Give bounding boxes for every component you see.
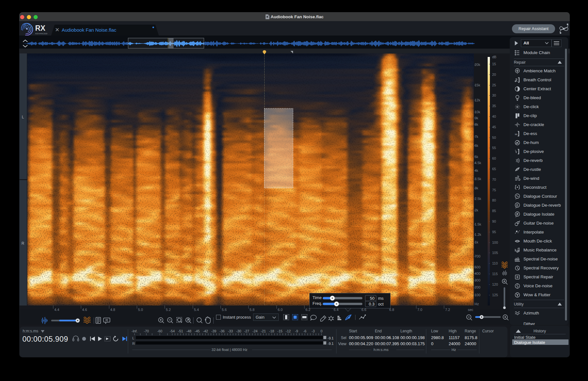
svg-text:ms: ms bbox=[378, 296, 384, 301]
svg-text:50: 50 bbox=[370, 296, 375, 301]
svg-text:ss: ss bbox=[515, 133, 517, 136]
svg-text:0.3: 0.3 bbox=[369, 302, 375, 306]
svg-text:ADVANCED: ADVANCED bbox=[35, 32, 48, 35]
svg-text:oct: oct bbox=[378, 302, 384, 306]
svg-text:RX: RX bbox=[35, 24, 46, 32]
